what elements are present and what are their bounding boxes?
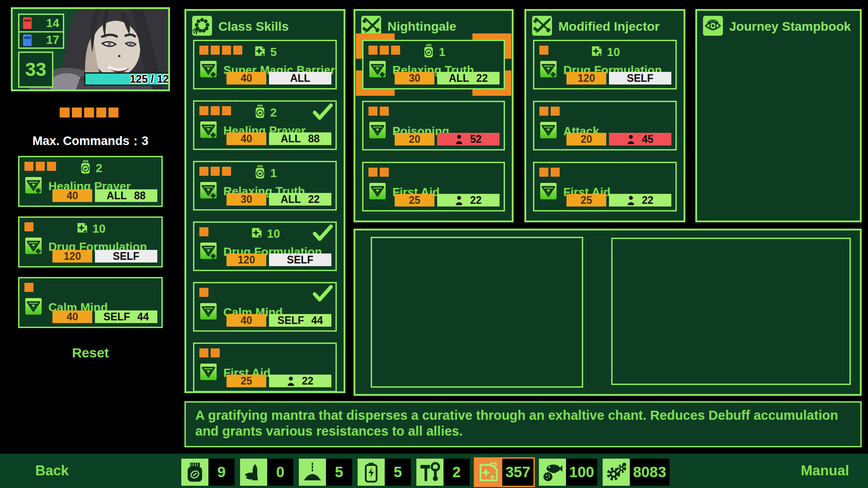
inventory-item-count: 8083 [630, 459, 669, 486]
skill-card[interactable]: Calm Mind 40 SELF44 [193, 282, 337, 332]
cost-squares [539, 107, 560, 116]
preview-box-right [611, 238, 851, 385]
red-book-count: 14 [34, 16, 59, 30]
target-chip: SELF44 [95, 310, 157, 323]
uses-group: 10 [19, 221, 161, 237]
plain-skill-icon [199, 302, 218, 323]
skill-card[interactable]: 5 Super Magic Barrier 40 ALL [193, 40, 337, 89]
plain-skill-icon [368, 182, 387, 202]
plain-skill-icon [539, 182, 558, 202]
skill-card[interactable]: 1 Relaxing Truth 30 ALL22 [362, 40, 505, 89]
inventory-item[interactable]: 5 [356, 457, 412, 487]
target-chip: 52 [437, 133, 500, 145]
inventory-item[interactable]: 2 [415, 457, 471, 487]
skill-card[interactable]: 1 Relaxing Truth 30 ALL22 [193, 161, 337, 211]
target-chip: ALL [269, 72, 331, 84]
target-chip: SELF [269, 253, 331, 266]
fish-icon [539, 459, 566, 486]
prayer-beads-icon [192, 16, 212, 38]
selection-bracket [472, 70, 511, 96]
skill-chips: 40 ALL88 [226, 132, 331, 145]
skill-cost-square [551, 168, 560, 177]
skill-card[interactable]: 2 Healing Prayer 40 ALL88 [193, 100, 337, 150]
max-commands-label: Max. Commands：3 [0, 133, 181, 149]
skill-card[interactable]: Poisoning 20 52 [362, 101, 505, 150]
panel-title: Journey Stampbook [729, 19, 851, 34]
inventory-item[interactable]: 357 [474, 457, 535, 487]
uses-group: 10 [534, 44, 675, 60]
cost-chip: 40 [52, 310, 92, 323]
hp-bar: 125 / 125 [84, 72, 170, 86]
skill-card[interactable]: Calm Mind 40 SELF44 [18, 277, 163, 328]
person-target-icon [627, 196, 635, 205]
card-list: 1 Relaxing Truth 30 ALL22 Poisoning 20 5… [362, 40, 505, 211]
uses-count: 2 [270, 106, 277, 120]
manual-button[interactable]: Manual [801, 463, 849, 479]
skill-card[interactable]: First Aid 25 22 [533, 162, 677, 211]
inventory-item[interactable]: 8083 [601, 457, 670, 487]
skill-cost-square [24, 283, 33, 292]
skill-card[interactable]: Attack 20 45 [533, 101, 677, 150]
command-slot-square [72, 108, 82, 117]
heal-skill-icon [539, 60, 558, 80]
skill-cost-square [199, 348, 208, 357]
stat-row-blue: 17 [19, 31, 63, 47]
jar-uses-icon [79, 160, 92, 177]
uses-group: 1 [194, 165, 335, 181]
cost-squares [368, 107, 389, 116]
level-box: 33 [18, 52, 53, 88]
inventory-strip: 9 0 5 5 2 357 100 8083 [180, 457, 671, 487]
heal-skill-icon [24, 236, 43, 257]
medicine-icon [181, 459, 208, 486]
stat-books-box: 14 17 [18, 14, 64, 49]
inventory-item[interactable]: 5 [297, 457, 354, 487]
skill-card[interactable]: 10 Drug Formulation 120 SELF [193, 221, 337, 271]
spark-uses-icon [253, 43, 267, 61]
target-chip: ALL22 [269, 193, 331, 206]
target-chip: 45 [609, 133, 671, 145]
cost-squares [539, 168, 560, 177]
card-list: 5 Super Magic Barrier 40 ALL 2 Healing P… [193, 40, 337, 392]
command-slot-square [96, 108, 106, 117]
card-list: 10 Drug Formulation 120 SELF Attack 20 4… [533, 40, 677, 211]
skill-chips: 120 SELF [226, 253, 331, 266]
inventory-item[interactable]: 100 [538, 457, 599, 487]
powder-icon [299, 459, 326, 486]
person-target-icon [455, 135, 463, 144]
cost-chip: 25 [226, 375, 266, 387]
panel-journey-stampbook-header: Journey Stampbook [697, 11, 860, 38]
heal-skill-icon [199, 60, 218, 80]
panel-modified-injector-header: Modified Injector [526, 11, 684, 38]
spark-canister-icon [475, 459, 502, 486]
skill-description: A gratifying mantra that disperses a cur… [184, 401, 862, 447]
crossed-weapons-icon [532, 16, 552, 38]
uses-group: 5 [194, 44, 335, 60]
cost-chip: 25 [395, 194, 434, 206]
skill-card[interactable]: 10 Drug Formulation 120 SELF [533, 40, 677, 89]
heal-skill-icon [199, 181, 218, 202]
spark-uses-icon [590, 43, 604, 61]
skill-card[interactable]: 2 Healing Prayer 40 ALL88 [18, 156, 163, 207]
jar-uses-icon [253, 104, 267, 121]
cost-chip: 120 [226, 253, 266, 266]
cost-chip: 40 [226, 72, 266, 84]
heal-skill-icon [199, 241, 218, 262]
panel-class-skills: Class Skills 5 Super Magic Barrier 40 AL… [184, 9, 345, 393]
person-target-icon [455, 196, 463, 205]
back-button[interactable]: Back [35, 463, 69, 479]
skill-card[interactable]: First Aid 25 22 [193, 343, 337, 392]
inventory-item[interactable]: 0 [239, 457, 295, 487]
battery-icon [358, 459, 385, 486]
skill-card[interactable]: First Aid 25 22 [362, 162, 505, 211]
skill-card[interactable]: 10 Drug Formulation 120 SELF [18, 216, 163, 267]
reset-button[interactable]: Reset [11, 345, 170, 361]
skill-cost-square [199, 288, 208, 297]
person-target-icon [287, 376, 295, 386]
cost-chip: 20 [566, 133, 606, 145]
uses-count: 5 [270, 45, 277, 59]
selection-bracket [356, 33, 395, 59]
inventory-item-count: 5 [385, 459, 411, 486]
inventory-item[interactable]: 9 [180, 457, 236, 487]
skill-cost-square [380, 107, 389, 116]
level-value: 33 [25, 59, 47, 80]
